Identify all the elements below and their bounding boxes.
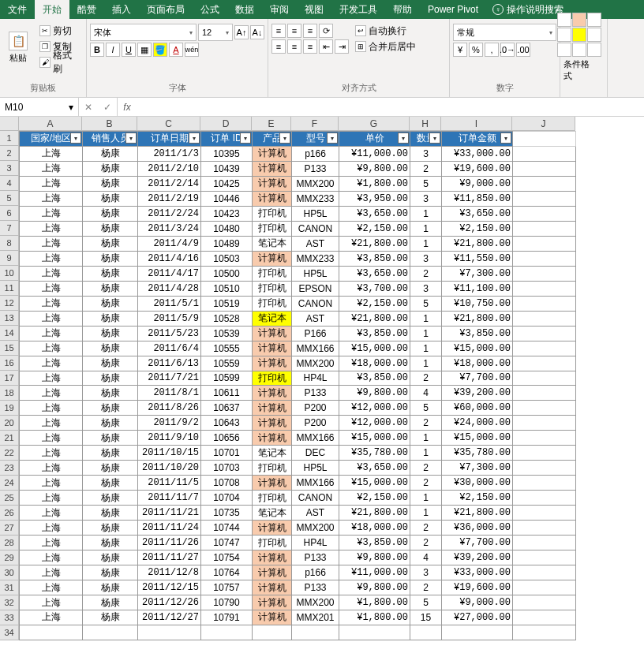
border-button[interactable]: ▦ — [137, 43, 152, 57]
cell[interactable]: MMX233 — [292, 251, 339, 266]
cell[interactable]: ¥2,150.00 — [339, 491, 410, 506]
cell[interactable]: 10559 — [201, 356, 253, 371]
cell[interactable]: 2011/11/27 — [138, 550, 201, 565]
cell[interactable]: 5 — [410, 401, 442, 416]
cell[interactable]: ¥35,780.00 — [442, 446, 513, 461]
cell[interactable] — [513, 386, 576, 401]
cell[interactable]: 上海 — [20, 595, 83, 610]
cell[interactable] — [513, 326, 576, 341]
cell[interactable]: 2 — [410, 461, 442, 476]
table-row[interactable]: 上海杨康2011/8/2610637计算机P200¥12,000.005¥60,… — [20, 401, 576, 416]
cell[interactable]: 10704 — [201, 491, 253, 506]
cell[interactable]: 杨康 — [83, 146, 138, 161]
row-header[interactable]: 12 — [0, 296, 19, 311]
table-row[interactable]: 上海杨康2011/4/2810510打印机EPSON¥3,700.003¥11,… — [20, 281, 576, 296]
table-row[interactable]: 上海杨康2011/1/310395计算机p166¥11,000.003¥33,0… — [20, 146, 576, 161]
table-row[interactable]: 上海杨康2011/12/2710791计算机MMX201¥1,800.0015¥… — [20, 610, 576, 625]
cell[interactable] — [410, 625, 442, 640]
cell[interactable]: 10643 — [201, 416, 253, 431]
tab-view[interactable]: 视图 — [297, 0, 331, 19]
cell[interactable]: 杨康 — [83, 341, 138, 356]
row-header[interactable]: 20 — [0, 416, 19, 431]
cell[interactable]: 杨康 — [83, 595, 138, 610]
cell[interactable]: 上海 — [20, 446, 83, 461]
cell[interactable]: ¥15,000.00 — [442, 341, 513, 356]
cell[interactable]: 计算机 — [253, 595, 292, 610]
cell[interactable]: p166 — [292, 146, 339, 161]
cell[interactable] — [513, 266, 576, 281]
table-row[interactable]: 上海杨康2011/2/1010439计算机P133¥9,800.002¥19,6… — [20, 161, 576, 176]
filter-button[interactable]: ▾ — [70, 132, 81, 144]
row-header[interactable]: 17 — [0, 371, 19, 386]
cell[interactable]: ¥3,850.00 — [442, 326, 513, 341]
cell[interactable]: 上海 — [20, 386, 83, 401]
cell[interactable]: ¥21,800.00 — [442, 311, 513, 326]
cell[interactable]: 10423 — [201, 206, 253, 221]
table-header[interactable]: 型号▾ — [292, 132, 339, 147]
cell[interactable]: ¥3,850.00 — [339, 326, 410, 341]
cell[interactable]: 上海 — [20, 461, 83, 476]
cell[interactable] — [513, 296, 576, 311]
table-row[interactable]: 上海杨康2011/2/2410423打印机HP5L¥3,650.001¥3,65… — [20, 206, 576, 221]
cell[interactable]: 2011/1/3 — [138, 146, 201, 161]
cell[interactable]: ¥11,550.00 — [442, 251, 513, 266]
tab-review[interactable]: 审阅 — [262, 0, 297, 19]
row-header[interactable]: 5 — [0, 191, 19, 206]
cell[interactable]: 1 — [410, 206, 442, 221]
cell[interactable] — [513, 521, 576, 536]
cell[interactable]: 10510 — [201, 281, 253, 296]
cell[interactable]: DEC — [292, 446, 339, 461]
cell[interactable]: 上海 — [20, 431, 83, 446]
cell[interactable]: ¥11,100.00 — [442, 281, 513, 296]
table-row[interactable]: 上海杨康2011/2/1910446计算机MMX233¥3,950.003¥11… — [20, 191, 576, 206]
cell[interactable]: 计算机 — [253, 146, 292, 161]
cell[interactable]: 2011/11/21 — [138, 506, 201, 521]
table-row[interactable]: 上海杨康2011/11/2710754计算机P133¥9,800.004¥39,… — [20, 550, 576, 565]
row-header[interactable]: 11 — [0, 281, 19, 296]
cell[interactable]: 1 — [410, 356, 442, 371]
cell[interactable]: 上海 — [20, 191, 83, 206]
row-header[interactable]: 21 — [0, 431, 19, 446]
row-header[interactable]: 27 — [0, 521, 19, 536]
cell[interactable]: 2011/5/1 — [138, 296, 201, 311]
cell[interactable]: ¥7,700.00 — [442, 371, 513, 386]
cell[interactable]: 10747 — [201, 536, 253, 550]
row-header[interactable]: 31 — [0, 580, 19, 595]
cell[interactable]: 杨康 — [83, 266, 138, 281]
cell[interactable]: 2011/2/14 — [138, 176, 201, 191]
cell[interactable]: ¥1,800.00 — [339, 176, 410, 191]
cell[interactable]: 上海 — [20, 550, 83, 565]
cell[interactable]: 1 — [410, 236, 442, 251]
cell[interactable]: 笔记本 — [253, 311, 292, 326]
cell[interactable]: 上海 — [20, 371, 83, 386]
align-center-button[interactable]: ≡ — [287, 39, 301, 54]
table-row[interactable]: 上海杨康2011/9/1010656计算机MMX166¥15,000.001¥1… — [20, 431, 576, 446]
cell[interactable] — [513, 580, 576, 595]
cell[interactable] — [513, 595, 576, 610]
cell[interactable]: 2011/10/15 — [138, 446, 201, 461]
format-painter-button[interactable]: 🖌格式刷 — [36, 55, 83, 69]
cell[interactable]: ¥27,000.00 — [442, 610, 513, 625]
cell[interactable]: 上海 — [20, 565, 83, 580]
cell[interactable]: P133 — [292, 161, 339, 176]
cell[interactable]: 1 — [410, 431, 442, 446]
cell[interactable]: ¥21,800.00 — [442, 236, 513, 251]
cell[interactable]: 杨康 — [83, 461, 138, 476]
cell[interactable]: P166 — [292, 326, 339, 341]
cell[interactable]: ¥7,700.00 — [442, 536, 513, 550]
cell[interactable]: 杨康 — [83, 491, 138, 506]
cell[interactable]: 10599 — [201, 371, 253, 386]
cell[interactable]: 上海 — [20, 401, 83, 416]
cell[interactable]: 1 — [410, 446, 442, 461]
row-header[interactable]: 10 — [0, 266, 19, 281]
table-row[interactable]: 上海杨康2011/5/110519打印机CANON¥2,150.005¥10,7… — [20, 296, 576, 311]
filter-button[interactable]: ▾ — [327, 132, 338, 144]
cell[interactable] — [513, 311, 576, 326]
cell[interactable]: CANON — [292, 296, 339, 311]
cell[interactable]: ¥11,000.00 — [339, 146, 410, 161]
cell[interactable]: 10791 — [201, 610, 253, 625]
cell[interactable]: MMX200 — [292, 176, 339, 191]
cell[interactable]: 上海 — [20, 311, 83, 326]
row-header[interactable]: 16 — [0, 356, 19, 371]
cell[interactable]: 杨康 — [83, 176, 138, 191]
